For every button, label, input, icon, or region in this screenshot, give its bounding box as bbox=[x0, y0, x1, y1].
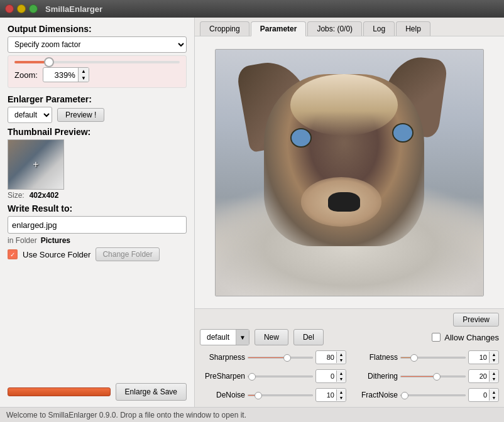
sharpness-row: Sharpness ▲ ▼ bbox=[200, 349, 346, 365]
dog-canvas bbox=[216, 50, 483, 296]
tab-parameter[interactable]: Parameter bbox=[251, 21, 307, 36]
use-source-folder-checkbox[interactable]: ✓ bbox=[8, 249, 18, 259]
flatness-label: Flatness bbox=[353, 353, 398, 362]
zoom-decrement-btn[interactable]: ▼ bbox=[79, 75, 89, 82]
close-btn[interactable] bbox=[5, 4, 14, 13]
right-panel: Cropping Parameter Jobs: (0/0) Log Help bbox=[195, 18, 504, 407]
dog-preview-image bbox=[215, 49, 484, 296]
enlarger-preset-select[interactable]: default bbox=[8, 107, 52, 123]
preview-button[interactable]: Preview ! bbox=[57, 108, 104, 122]
sharpness-spin-btns: ▲ ▼ bbox=[336, 352, 346, 363]
param-toolbar: default ▼ New Del Allow Changes bbox=[200, 329, 499, 345]
denoise-value[interactable] bbox=[316, 391, 336, 399]
presharpen-spin[interactable]: ▲ ▼ bbox=[315, 369, 346, 383]
dithering-value[interactable] bbox=[469, 372, 489, 380]
allow-changes-row: Allow Changes bbox=[432, 333, 499, 342]
denoise-thumb[interactable] bbox=[255, 392, 262, 399]
thumbnail-section: Thumbnail Preview: + Size: 402x402 bbox=[8, 127, 187, 200]
dithering-up[interactable]: ▲ bbox=[490, 371, 498, 376]
thumbnail-box[interactable]: + bbox=[8, 139, 64, 190]
zoom-mode-select[interactable]: Specify zoom factor bbox=[8, 36, 187, 53]
zoom-row: Zoom: 339% ▲ ▼ bbox=[14, 67, 180, 82]
flatness-spin[interactable]: ▲ ▼ bbox=[468, 350, 499, 364]
zoom-increment-btn[interactable]: ▲ bbox=[79, 68, 89, 75]
new-preset-btn[interactable]: New bbox=[255, 329, 288, 345]
flatness-thumb[interactable] bbox=[410, 354, 418, 362]
use-source-folder-label: Use Source Folder bbox=[23, 250, 90, 259]
output-dimensions-section: Output Dimensions: Specify zoom factor Z… bbox=[8, 24, 187, 90]
sharpness-spin[interactable]: ▲ ▼ bbox=[315, 350, 346, 364]
maximize-btn[interactable] bbox=[29, 4, 38, 13]
fractnoise-track bbox=[400, 394, 466, 396]
preview-right-row: Preview bbox=[200, 313, 499, 327]
output-dimensions-title: Output Dimensions: bbox=[8, 24, 187, 34]
presharpen-spin-btns: ▲ ▼ bbox=[336, 371, 346, 382]
flatness-up[interactable]: ▲ bbox=[490, 352, 498, 357]
presharpen-track bbox=[248, 376, 313, 377]
fractnoise-value[interactable] bbox=[469, 391, 489, 399]
denoise-up[interactable]: ▲ bbox=[337, 389, 346, 395]
sharpness-fill bbox=[248, 357, 287, 358]
zoom-label: Zoom: bbox=[14, 70, 38, 80]
sharpness-value[interactable] bbox=[316, 354, 336, 361]
fractnoise-thumb[interactable] bbox=[401, 392, 408, 399]
sharpness-up[interactable]: ▲ bbox=[337, 352, 346, 357]
presharpen-thumb[interactable] bbox=[248, 373, 256, 381]
status-text: Welcome to SmillaEnlarger 0.9.0. Drop a … bbox=[6, 411, 246, 419]
flatness-down[interactable]: ▼ bbox=[490, 357, 498, 363]
flatness-value[interactable] bbox=[469, 354, 489, 361]
dithering-spin[interactable]: ▲ ▼ bbox=[468, 369, 499, 383]
del-preset-btn[interactable]: Del bbox=[293, 329, 324, 345]
filename-input[interactable]: enlarged.jpg bbox=[8, 216, 187, 234]
sharpness-thumb[interactable] bbox=[283, 354, 291, 362]
size-value: 402x402 bbox=[30, 191, 59, 200]
allow-changes-checkbox[interactable] bbox=[432, 333, 441, 342]
dithering-thumb[interactable] bbox=[433, 373, 441, 381]
denoise-spin-btns: ▲ ▼ bbox=[336, 389, 346, 401]
tab-cropping[interactable]: Cropping bbox=[200, 21, 249, 36]
presharpen-row: PreSharpen ▲ ▼ bbox=[200, 368, 346, 384]
fractnoise-up[interactable]: ▲ bbox=[490, 389, 498, 395]
preview-right-btn[interactable]: Preview bbox=[453, 313, 499, 327]
dithering-down[interactable]: ▼ bbox=[490, 376, 498, 382]
change-folder-btn[interactable]: Change Folder bbox=[96, 247, 159, 261]
dog-nose bbox=[328, 192, 360, 212]
fractnoise-down[interactable]: ▼ bbox=[490, 395, 498, 401]
window-controls[interactable] bbox=[5, 4, 38, 13]
sharpness-down[interactable]: ▼ bbox=[337, 357, 346, 363]
title-bar: SmillaEnlarger bbox=[0, 0, 504, 18]
zoom-value-input[interactable]: 339% bbox=[43, 69, 78, 81]
enlarger-param-section: Enlarger Parameter: default Preview ! bbox=[8, 94, 187, 123]
enlarge-save-btn[interactable]: Enlarge & Save bbox=[116, 383, 187, 401]
param-preset-arrow[interactable]: ▼ bbox=[236, 330, 249, 345]
presharpen-value[interactable] bbox=[316, 372, 336, 380]
zoom-slider-thumb[interactable] bbox=[44, 57, 54, 67]
dog-forehead bbox=[290, 74, 397, 136]
presharpen-down[interactable]: ▼ bbox=[337, 376, 346, 382]
fractnoise-spin[interactable]: ▲ ▼ bbox=[468, 388, 499, 402]
enlarger-param-title: Enlarger Parameter: bbox=[8, 94, 187, 104]
flatness-row: Flatness ▲ ▼ bbox=[353, 349, 499, 365]
dithering-track bbox=[400, 376, 466, 377]
presharpen-up[interactable]: ▲ bbox=[337, 371, 346, 376]
denoise-label: DeNoise bbox=[200, 391, 245, 399]
thumbnail-title: Thumbnail Preview: bbox=[8, 127, 187, 137]
dithering-fill bbox=[401, 376, 436, 377]
flatness-track bbox=[400, 357, 466, 359]
tab-jobs[interactable]: Jobs: (0/0) bbox=[307, 21, 362, 36]
tab-help[interactable]: Help bbox=[396, 21, 430, 36]
denoise-down[interactable]: ▼ bbox=[337, 395, 346, 401]
denoise-spin[interactable]: ▲ ▼ bbox=[315, 388, 346, 402]
write-result-title: Write Result to: bbox=[8, 203, 187, 214]
dithering-spin-btns: ▲ ▼ bbox=[489, 371, 498, 382]
thumbnail-crosshair: + bbox=[33, 159, 38, 170]
allow-changes-label: Allow Changes bbox=[444, 333, 499, 342]
tab-log[interactable]: Log bbox=[363, 21, 395, 36]
zoom-spin-input[interactable]: 339% ▲ ▼ bbox=[43, 67, 89, 82]
status-bar: Welcome to SmillaEnlarger 0.9.0. Drop a … bbox=[0, 407, 504, 422]
param-preset-select-container[interactable]: default ▼ bbox=[200, 329, 249, 345]
enlarge-button[interactable] bbox=[8, 387, 111, 396]
denoise-row: DeNoise ▲ ▼ bbox=[200, 387, 346, 403]
minimize-btn[interactable] bbox=[17, 4, 26, 13]
enlarger-param-row: default Preview ! bbox=[8, 107, 187, 123]
